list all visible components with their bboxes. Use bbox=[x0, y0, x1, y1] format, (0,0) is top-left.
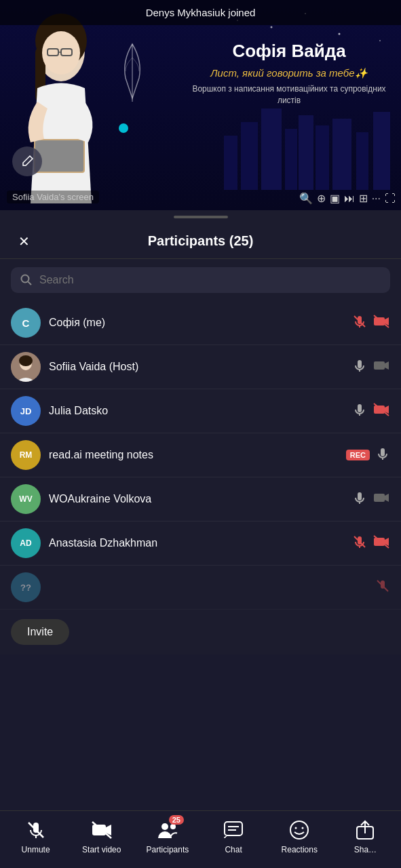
toolbar-label-share: Sha… bbox=[354, 845, 377, 854]
slide-title: Софія Вайда bbox=[187, 41, 391, 62]
avatar: ?? bbox=[11, 572, 41, 602]
mic-muted-icon bbox=[26, 820, 46, 840]
svg-rect-36 bbox=[358, 360, 362, 368]
drag-handle[interactable] bbox=[0, 210, 401, 224]
toolbar-label-reactions: Reactions bbox=[282, 845, 318, 854]
svg-rect-42 bbox=[374, 406, 385, 414]
cam-icon bbox=[373, 402, 390, 420]
toolbar-label-video: Start video bbox=[82, 845, 121, 854]
svg-point-72 bbox=[302, 827, 304, 829]
cam-dim-icon bbox=[373, 358, 390, 373]
invite-button[interactable]: Invite bbox=[11, 619, 69, 645]
toolbar-item-reactions[interactable]: Reactions bbox=[267, 818, 332, 854]
edit-button[interactable] bbox=[12, 146, 42, 176]
participants-badge: 25 bbox=[169, 815, 184, 825]
svg-rect-49 bbox=[374, 494, 385, 502]
toolbar-label-participants: Participants bbox=[147, 845, 189, 854]
mic-icon bbox=[375, 446, 390, 465]
participant-list: C Софія (me) bbox=[0, 301, 401, 610]
mic-icon bbox=[352, 358, 367, 376]
mic-icon bbox=[375, 578, 390, 597]
participant-name: WOAukraine Volkova bbox=[49, 493, 344, 505]
toolbar-item-start-video[interactable]: Start video bbox=[69, 818, 134, 854]
mic-muted-icon bbox=[352, 314, 367, 329]
svg-rect-8 bbox=[356, 132, 368, 190]
skip-icon[interactable]: ⏭ bbox=[344, 193, 355, 205]
screen-share-area: Софія Вайда Лист, який говорить за тебе✨… bbox=[0, 0, 401, 210]
cam-icon bbox=[373, 534, 390, 553]
participant-name: Julia Datsko bbox=[49, 405, 344, 417]
table-row: RM read.ai meeting notes REC bbox=[0, 433, 401, 477]
toolbar-item-chat[interactable]: Chat bbox=[201, 818, 267, 854]
svg-point-70 bbox=[290, 821, 308, 839]
participant-name: Софія (me) bbox=[49, 317, 344, 329]
toolbar-label-chat: Chat bbox=[225, 845, 242, 854]
svg-rect-4 bbox=[285, 129, 297, 190]
feather-svg-inner bbox=[115, 41, 149, 108]
participant-name: Anastasia Dzhakhman bbox=[49, 537, 344, 549]
cursor-icon[interactable]: ⊕ bbox=[317, 192, 326, 205]
svg-marker-39 bbox=[385, 361, 389, 370]
avatar: C bbox=[11, 308, 41, 338]
more-icon[interactable]: ··· bbox=[372, 193, 381, 205]
svg-rect-67 bbox=[225, 822, 242, 835]
toolbar-icon-wrap-chat bbox=[220, 818, 247, 842]
toolbar-icon-wrap-reactions bbox=[286, 818, 313, 842]
svg-rect-3 bbox=[261, 108, 282, 190]
search-input[interactable] bbox=[39, 274, 381, 286]
toolbar-icon-wrap-video bbox=[88, 818, 115, 842]
toolbar-icon-wrap-unmute bbox=[22, 818, 50, 842]
participant-controls bbox=[352, 490, 390, 509]
mic-muted-icon bbox=[375, 578, 390, 593]
fullscreen-icon[interactable]: ⛶ bbox=[385, 193, 396, 205]
avatar: JD bbox=[11, 396, 41, 426]
search-icon bbox=[20, 274, 33, 286]
svg-point-35 bbox=[19, 355, 33, 366]
share-icon bbox=[356, 820, 375, 840]
participant-name: read.ai meeting notes bbox=[49, 449, 338, 461]
zoom-icon[interactable]: 🔍 bbox=[299, 192, 313, 205]
table-row: ?? bbox=[0, 566, 401, 610]
mic-icon bbox=[352, 402, 367, 420]
mic-on-icon bbox=[375, 446, 390, 461]
mic-muted-icon bbox=[352, 534, 367, 549]
svg-rect-38 bbox=[374, 361, 385, 370]
mic-icon bbox=[352, 314, 367, 332]
svg-point-12 bbox=[339, 33, 341, 35]
mic-icon bbox=[352, 490, 367, 509]
participants-title: Participants (25) bbox=[148, 233, 254, 249]
participant-name: Sofiia Vaida (Host) bbox=[49, 361, 344, 373]
svg-point-65 bbox=[161, 823, 168, 830]
toolbar-item-share[interactable]: Sha… bbox=[332, 818, 398, 854]
svg-marker-50 bbox=[385, 494, 389, 502]
svg-rect-30 bbox=[374, 317, 385, 326]
fit-icon[interactable]: ▣ bbox=[330, 192, 340, 205]
toolbar-item-unmute[interactable]: Unmute bbox=[3, 818, 69, 854]
toolbar-item-participants[interactable]: 25 Participants bbox=[134, 818, 200, 854]
participant-controls bbox=[375, 578, 390, 597]
svg-rect-9 bbox=[373, 112, 390, 190]
chat-icon bbox=[223, 821, 244, 840]
avatar: AD bbox=[11, 528, 41, 558]
invite-section: Invite bbox=[0, 610, 401, 654]
table-row: C Софія (me) bbox=[0, 301, 401, 345]
cam-muted-icon bbox=[373, 314, 390, 329]
cam-dim-icon bbox=[373, 490, 390, 505]
svg-rect-54 bbox=[374, 538, 385, 546]
drag-handle-bar bbox=[174, 216, 228, 218]
cyan-dot-decoration bbox=[119, 123, 128, 133]
svg-line-26 bbox=[28, 282, 32, 285]
close-button[interactable]: ✕ bbox=[14, 231, 34, 252]
mic-icon bbox=[352, 534, 367, 553]
toolbar-label-unmute: Unmute bbox=[22, 845, 50, 854]
toolbar-icon-wrap-share bbox=[351, 818, 379, 842]
grid-icon[interactable]: ⊞ bbox=[359, 192, 368, 205]
feather-decoration bbox=[115, 41, 149, 111]
video-muted-icon bbox=[91, 821, 113, 840]
svg-rect-2 bbox=[241, 122, 258, 190]
cam-icon bbox=[373, 490, 390, 509]
cam-icon bbox=[373, 314, 390, 332]
mic-on-icon bbox=[352, 402, 367, 417]
svg-rect-45 bbox=[381, 448, 385, 456]
svg-rect-1 bbox=[224, 136, 237, 190]
